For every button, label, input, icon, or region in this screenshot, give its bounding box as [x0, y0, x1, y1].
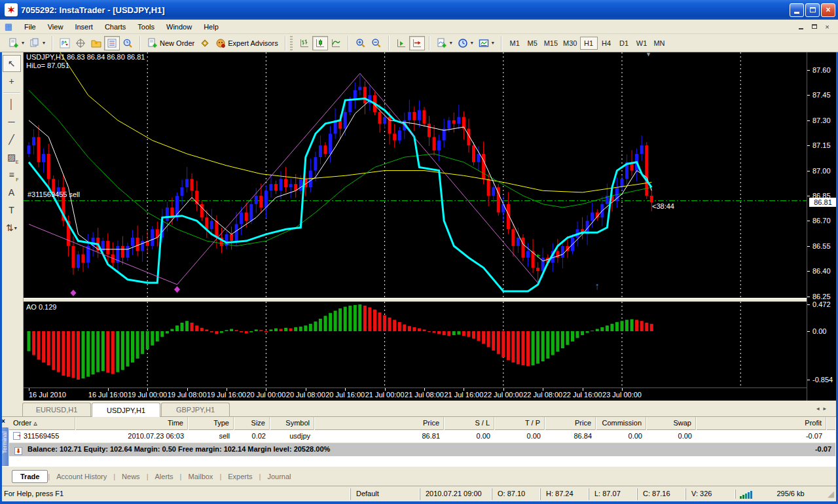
expert-advisors-button[interactable]: Expert Advisors: [213, 36, 280, 50]
order-row[interactable]: 3115694552010.07.23 06:03sell0.02usdjpy8…: [9, 430, 835, 443]
column-header-t-p[interactable]: T / P: [494, 417, 545, 430]
crosshair-button[interactable]: [73, 36, 88, 50]
new-order-button[interactable]: New Order: [145, 36, 197, 50]
trendline-tool-button[interactable]: ╱: [3, 131, 21, 148]
minimize-button[interactable]: [790, 3, 804, 17]
crosshair-tool-button[interactable]: +: [3, 73, 21, 90]
chart-shift-icon: [412, 38, 422, 48]
menu-file[interactable]: File: [18, 21, 42, 33]
chevron-down-icon[interactable]: ▾: [471, 40, 473, 46]
tick-chart-button[interactable]: [57, 36, 73, 50]
metaquotes-button[interactable]: [197, 36, 213, 50]
timeframe-m5-button[interactable]: M5: [524, 37, 541, 50]
toolbar-grip[interactable]: [290, 36, 293, 50]
timeframe-h1-button[interactable]: H1: [580, 37, 598, 50]
bar-chart-button[interactable]: [297, 36, 312, 50]
child-close-button[interactable]: ×: [822, 22, 833, 31]
terminal-tab-account-history[interactable]: Account History: [50, 470, 113, 483]
close-button[interactable]: ×: [821, 3, 835, 17]
terminal-tab-news[interactable]: News: [115, 470, 147, 483]
candle-chart-icon: [315, 38, 325, 48]
timeframe-mn-button[interactable]: MN: [651, 37, 668, 50]
vertical-line-tool-button[interactable]: │: [3, 96, 21, 113]
child-minimize-button[interactable]: [795, 22, 807, 31]
column-header-size[interactable]: Size: [234, 417, 270, 430]
terminal-tab-trade[interactable]: Trade: [12, 470, 48, 483]
chevron-down-icon[interactable]: ▾: [22, 40, 24, 46]
awesome-oscillator-panel[interactable]: AO 0.129: [24, 302, 807, 387]
line-chart-button[interactable]: [328, 36, 344, 50]
indicators-button[interactable]: ▾: [434, 36, 455, 50]
timeframe-m30-button[interactable]: M30: [560, 37, 579, 50]
column-header-s-l[interactable]: S / L: [444, 417, 494, 430]
chevron-down-icon[interactable]: ▾: [43, 40, 45, 46]
column-header-order[interactable]: Order ▵: [9, 417, 75, 430]
chart-tab-eurusd-h1[interactable]: EURUSD,H1: [22, 403, 91, 416]
main-chart[interactable]: ↑+ USDJPY,H1 86.83 86.84 86.80 86.81 HiL…: [24, 52, 807, 298]
chart-shift-marker-icon[interactable]: ▼: [646, 52, 651, 58]
horizontal-line-tool-button[interactable]: ─: [3, 113, 21, 130]
status-profile[interactable]: Default: [350, 488, 420, 500]
column-header-time[interactable]: Time: [75, 417, 188, 430]
chart-tab-gbpjpy-h1[interactable]: GBPJPY,H1: [161, 403, 230, 416]
chevron-down-icon[interactable]: ▾: [14, 225, 17, 231]
timeframe-d1-button[interactable]: D1: [615, 37, 633, 50]
order-cell-t-p: 0.00: [494, 430, 545, 443]
menu-charts[interactable]: Charts: [99, 21, 132, 33]
market-watch-button[interactable]: [104, 36, 120, 50]
order-cell-price: 86.84: [545, 430, 596, 443]
column-header-symbol[interactable]: Symbol: [270, 417, 314, 430]
text-tool-button[interactable]: A: [3, 184, 21, 201]
text-label-tool-button[interactable]: T: [3, 202, 21, 219]
title-bar[interactable]: ✶ 7055292: InstaTrader - [USDJPY,H1] ×: [0, 0, 838, 20]
chevron-down-icon[interactable]: ▾: [450, 40, 452, 46]
tab-scroll-arrows[interactable]: ◂▸: [816, 405, 830, 412]
cursor-tool-button[interactable]: ↖: [3, 55, 21, 72]
profiles-button[interactable]: ▾: [27, 36, 48, 50]
equidistant-channel-tool-sub-label: E: [16, 160, 19, 164]
menu-view[interactable]: View: [42, 21, 69, 33]
fibonacci-tool-button[interactable]: ≡F: [3, 166, 21, 183]
timeframe-w1-button[interactable]: W1: [633, 37, 651, 50]
timeframe-m15-button[interactable]: M15: [541, 37, 560, 50]
zoom-out-button[interactable]: [369, 36, 384, 50]
column-header-type[interactable]: Type: [188, 417, 234, 430]
terminal-tab-experts[interactable]: Experts: [221, 470, 259, 483]
templates-button[interactable]: ▾: [476, 36, 497, 50]
main-chart-canvas[interactable]: ↑+: [24, 52, 807, 298]
favorites-button[interactable]: ★: [88, 36, 104, 50]
terminal-tab-journal[interactable]: Journal: [261, 470, 297, 483]
balance-row[interactable]: ⬇ Balance: 102.71 Equity: 102.64 Margin:…: [9, 443, 835, 456]
ao-canvas[interactable]: [24, 302, 807, 387]
menu-insert[interactable]: Insert: [69, 21, 99, 33]
chart-tab-usdjpy-h1[interactable]: USDJPY,H1: [92, 403, 160, 417]
new-chart-button[interactable]: ▾: [6, 36, 27, 50]
column-header-price[interactable]: Price: [314, 417, 444, 430]
timeframe-h4-button[interactable]: H4: [598, 37, 615, 50]
arrows-tool-button[interactable]: ⇅▾: [3, 219, 21, 236]
data-window-button[interactable]: [120, 36, 136, 50]
column-header-swap[interactable]: Swap: [646, 417, 696, 430]
candlestick-chart-button[interactable]: [312, 36, 328, 50]
menu-window[interactable]: Window: [160, 21, 198, 33]
periods-button[interactable]: ▾: [455, 36, 476, 50]
zoom-in-button[interactable]: [353, 36, 369, 50]
chart-shift-button[interactable]: [409, 36, 425, 50]
price-axis[interactable]: 87.6087.4587.3087.1587.0086.8586.7086.55…: [807, 52, 838, 401]
child-restore-button[interactable]: [809, 22, 820, 31]
column-header-commission[interactable]: Commission: [596, 417, 646, 430]
terminal-tab-alerts[interactable]: Alerts: [148, 470, 179, 483]
column-header-profit[interactable]: Profit: [696, 417, 826, 430]
chevron-down-icon[interactable]: ▾: [492, 40, 494, 46]
menu-help[interactable]: Help: [198, 21, 225, 33]
status-bar-time: 2010.07.21 09:00: [420, 488, 492, 500]
menu-tools[interactable]: Tools: [132, 21, 160, 33]
orders-table-header[interactable]: Order ▵TimeTypeSizeSymbolPriceS / LT / P…: [9, 417, 835, 430]
terminal-tab-mailbox[interactable]: Mailbox: [181, 470, 219, 483]
time-axis[interactable]: 16 Jul 201016 Jul 16:0019 Jul 00:0019 Ju…: [24, 387, 807, 401]
timeframe-m1-button[interactable]: M1: [506, 37, 524, 50]
equidistant-channel-tool-button[interactable]: ▨E: [3, 149, 21, 166]
column-header-price[interactable]: Price: [545, 417, 596, 430]
restore-button[interactable]: [805, 3, 820, 17]
auto-scroll-button[interactable]: [393, 36, 409, 50]
